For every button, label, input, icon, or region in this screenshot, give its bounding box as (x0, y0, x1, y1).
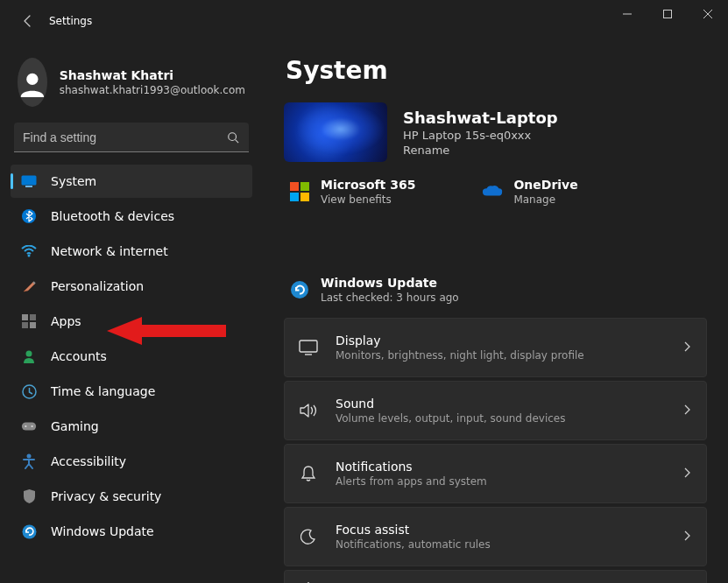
chevron-right-icon (682, 404, 692, 418)
sidebar-item-network[interactable]: Network & internet (11, 235, 252, 268)
card-sub: Notifications, automatic rules (336, 538, 664, 551)
settings-card-notifications[interactable]: Notifications Alerts from apps and syste… (284, 444, 707, 503)
cloud-link-onedrive[interactable]: OneDrive Manage (482, 178, 577, 206)
svg-point-19 (22, 524, 36, 538)
device-name: Shashwat-Laptop (403, 109, 558, 127)
sidebar-item-apps[interactable]: Apps (11, 305, 252, 338)
search-input[interactable] (23, 130, 226, 144)
gamepad-icon (21, 418, 37, 434)
svg-rect-22 (290, 193, 299, 201)
search-icon (226, 130, 240, 144)
minimize-button[interactable] (607, 0, 647, 28)
sidebar-item-label: Bluetooth & devices (51, 209, 174, 223)
sidebar-item-label: System (51, 174, 96, 188)
svg-rect-6 (25, 186, 32, 187)
maximize-button[interactable] (647, 0, 688, 28)
profile-name: Shashwat Khatri (60, 68, 245, 82)
person-icon (21, 348, 37, 364)
svg-rect-23 (300, 193, 309, 201)
cloud-sub: Manage (513, 193, 577, 206)
cloud-link-m365[interactable]: Microsoft 365 View benefits (289, 178, 415, 206)
sidebar-item-personalization[interactable]: Personalization (11, 270, 252, 303)
page-title: System (286, 56, 707, 85)
card-sub: Alerts from apps and system (336, 475, 664, 488)
sidebar-item-system[interactable]: System (11, 165, 252, 198)
settings-card-sound[interactable]: Sound Volume levels, output, input, soun… (284, 381, 707, 440)
chevron-right-icon (682, 467, 692, 481)
cloud-title: OneDrive (513, 178, 577, 192)
svg-rect-10 (30, 314, 36, 320)
monitor-icon (21, 173, 37, 189)
sidebar-item-label: Apps (51, 314, 81, 328)
device-model: HP Laptop 15s-eq0xxx (403, 129, 558, 142)
sidebar: Shashwat Khatri shashwat.khatri1993@outl… (0, 42, 263, 583)
svg-rect-15 (22, 423, 36, 431)
cloud-title: Windows Update (321, 276, 459, 290)
close-button[interactable] (688, 0, 728, 28)
sidebar-item-label: Windows Update (51, 524, 154, 538)
settings-card-power-battery[interactable]: Power & battery (284, 570, 707, 583)
sidebar-item-privacy[interactable]: Privacy & security (11, 480, 252, 513)
svg-point-17 (32, 425, 33, 427)
svg-rect-9 (22, 314, 28, 320)
update-icon (21, 523, 37, 539)
device-rename-link[interactable]: Rename (403, 144, 558, 157)
back-button[interactable] (14, 7, 42, 35)
svg-rect-20 (290, 182, 299, 191)
sidebar-item-label: Gaming (51, 419, 99, 433)
svg-point-24 (291, 281, 308, 299)
sidebar-item-label: Privacy & security (51, 489, 161, 503)
device-thumbnail[interactable] (284, 102, 387, 162)
sidebar-item-gaming[interactable]: Gaming (11, 410, 252, 443)
profile-email: shashwat.khatri1993@outlook.com (60, 84, 245, 96)
cloud-title: Microsoft 365 (321, 178, 415, 192)
nav: System Bluetooth & devices Network & int… (7, 165, 256, 548)
card-title: Sound (336, 397, 664, 411)
sidebar-item-label: Accessibility (51, 454, 126, 468)
sidebar-item-label: Time & language (51, 384, 155, 398)
clock-globe-icon (21, 383, 37, 399)
card-title: Notifications (336, 460, 664, 474)
window-title: Settings (49, 15, 92, 27)
update-icon (289, 279, 310, 300)
paintbrush-icon (21, 278, 37, 294)
svg-point-3 (229, 132, 237, 140)
svg-point-8 (28, 255, 31, 257)
svg-line-4 (236, 139, 239, 143)
sidebar-item-label: Network & internet (51, 244, 168, 258)
sidebar-item-windows-update[interactable]: Windows Update (11, 515, 252, 548)
sidebar-item-time-language[interactable]: Time & language (11, 375, 252, 408)
card-title: Display (336, 334, 664, 348)
apps-icon (21, 313, 37, 329)
bell-icon (299, 464, 318, 483)
svg-rect-12 (30, 322, 36, 328)
sidebar-item-accounts[interactable]: Accounts (11, 340, 252, 373)
sidebar-item-bluetooth[interactable]: Bluetooth & devices (11, 200, 252, 233)
svg-rect-1 (664, 11, 672, 18)
microsoft365-icon (289, 181, 310, 202)
avatar (18, 58, 47, 107)
card-title: Focus assist (336, 523, 664, 537)
wifi-icon (21, 243, 37, 259)
profile-block[interactable]: Shashwat Khatri shashwat.khatri1993@outl… (7, 49, 256, 119)
cloud-sub: View benefits (321, 193, 415, 206)
display-icon (299, 338, 318, 357)
cloud-link-windows-update[interactable]: Windows Update Last checked: 3 hours ago (289, 276, 459, 304)
card-sub: Monitors, brightness, night light, displ… (336, 349, 664, 362)
svg-rect-21 (300, 182, 309, 191)
cloud-sub: Last checked: 3 hours ago (321, 292, 459, 304)
svg-point-13 (26, 351, 32, 357)
accessibility-icon (21, 453, 37, 469)
sidebar-item-accessibility[interactable]: Accessibility (11, 445, 252, 478)
sidebar-item-label: Accounts (51, 349, 107, 363)
sidebar-item-label: Personalization (51, 279, 144, 293)
settings-card-focus-assist[interactable]: Focus assist Notifications, automatic ru… (284, 507, 707, 566)
moon-icon (299, 527, 318, 546)
settings-card-display[interactable]: Display Monitors, brightness, night ligh… (284, 318, 707, 377)
card-sub: Volume levels, output, input, sound devi… (336, 412, 664, 425)
svg-point-18 (27, 454, 32, 459)
chevron-right-icon (682, 530, 692, 544)
shield-icon (21, 488, 37, 504)
svg-rect-5 (22, 176, 37, 186)
search-box[interactable] (14, 123, 249, 152)
